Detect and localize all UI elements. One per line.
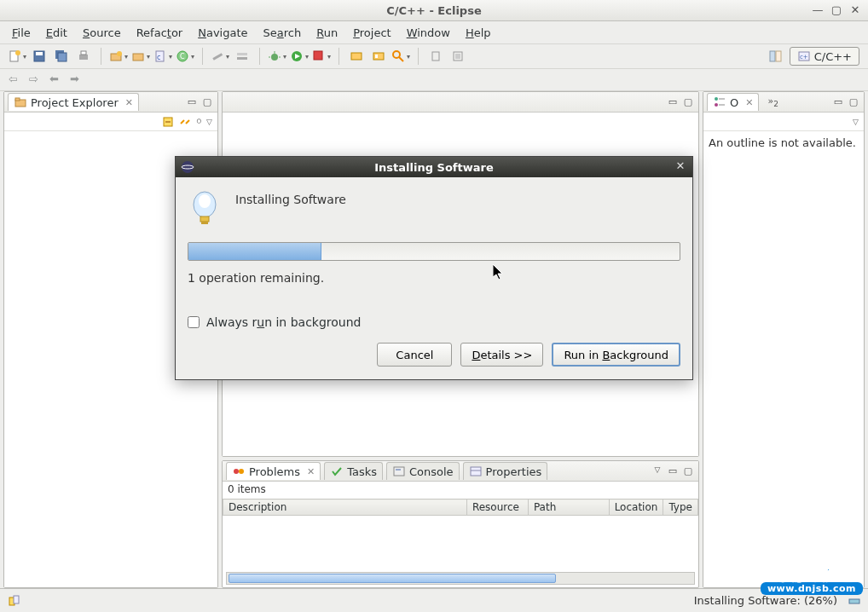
svg-rect-53 bbox=[849, 599, 859, 603]
overflow-indicator[interactable]: »2 bbox=[767, 95, 778, 108]
menu-edit[interactable]: Edit bbox=[39, 24, 74, 42]
run-button[interactable] bbox=[291, 48, 308, 65]
always-background-checkbox[interactable]: Always run in background bbox=[188, 315, 680, 329]
nav-prev-icon[interactable]: ⇦ bbox=[9, 72, 24, 88]
menu-source[interactable]: Source bbox=[76, 24, 128, 42]
menu-project[interactable]: Project bbox=[346, 24, 398, 42]
new-class-button[interactable]: C bbox=[176, 48, 194, 65]
perspective-label: C/C++ bbox=[814, 50, 852, 63]
close-outline-icon[interactable]: ✕ bbox=[745, 97, 753, 108]
problems-count-label: 0 items bbox=[223, 482, 698, 499]
focus-icon[interactable]: ⚪ bbox=[195, 116, 203, 127]
svg-point-48 bbox=[715, 103, 718, 107]
nav-fwd-icon[interactable]: ➡ bbox=[70, 72, 85, 88]
col-resource[interactable]: Resource bbox=[466, 499, 528, 516]
save-all-button[interactable] bbox=[53, 48, 70, 65]
maximize-button[interactable]: ▢ bbox=[830, 3, 842, 15]
link-editor-icon[interactable] bbox=[178, 115, 192, 129]
new-button[interactable] bbox=[9, 48, 26, 65]
external-tools-button[interactable] bbox=[313, 48, 330, 65]
toggle-mark-button[interactable] bbox=[427, 48, 444, 65]
build-all-button[interactable] bbox=[234, 48, 251, 65]
menu-help[interactable]: Help bbox=[459, 24, 498, 42]
svg-point-41 bbox=[234, 469, 239, 474]
always-background-input[interactable] bbox=[188, 316, 200, 328]
menu-run[interactable]: Run bbox=[310, 24, 344, 42]
nav-next-icon[interactable]: ⇨ bbox=[29, 72, 44, 88]
perspective-cpp[interactable]: c+ C/C++ bbox=[790, 47, 859, 66]
nav-back-icon[interactable]: ⬅ bbox=[49, 72, 65, 88]
minimize-outline-icon[interactable]: ▭ bbox=[831, 96, 845, 108]
view-menu-icon[interactable]: ▽ bbox=[206, 118, 212, 126]
tab-problems[interactable]: Problems ✕ bbox=[226, 462, 321, 480]
progress-bar-fill bbox=[188, 243, 321, 260]
properties-icon bbox=[469, 465, 483, 478]
col-description[interactable]: Description bbox=[223, 499, 467, 516]
debug-button[interactable] bbox=[269, 48, 286, 65]
dialog-titlebar[interactable]: Installing Software ✕ bbox=[176, 157, 692, 177]
col-path[interactable]: Path bbox=[528, 499, 609, 516]
console-icon bbox=[392, 465, 406, 478]
col-location[interactable]: Location bbox=[609, 499, 663, 516]
menu-window[interactable]: Window bbox=[400, 24, 457, 42]
problems-icon bbox=[232, 465, 246, 478]
build-button[interactable] bbox=[211, 48, 229, 65]
tab-tasks[interactable]: Tasks bbox=[324, 462, 383, 480]
menu-search[interactable]: Search bbox=[257, 24, 309, 42]
toggle-block-button[interactable] bbox=[449, 48, 466, 65]
col-type[interactable]: Type bbox=[663, 499, 698, 516]
outline-empty-message: An outline is not available. bbox=[703, 131, 864, 154]
dialog-close-button[interactable]: ✕ bbox=[674, 160, 687, 174]
new-project-button[interactable] bbox=[110, 48, 127, 65]
tab-outline[interactable]: O ✕ bbox=[707, 93, 759, 111]
svg-rect-16 bbox=[237, 57, 247, 60]
minimize-view-icon[interactable]: ▭ bbox=[185, 96, 199, 108]
open-type-button[interactable] bbox=[348, 48, 365, 65]
cancel-button[interactable]: Cancel bbox=[377, 343, 452, 367]
svg-rect-6 bbox=[79, 55, 88, 60]
status-progress-icon[interactable] bbox=[848, 594, 861, 608]
svg-rect-3 bbox=[36, 52, 43, 55]
run-in-background-button[interactable]: Run in Background bbox=[552, 343, 680, 367]
menu-file[interactable]: File bbox=[5, 24, 38, 42]
problems-table[interactable]: Description Resource Path Location Type bbox=[223, 499, 698, 516]
maximize-outline-icon[interactable]: ▢ bbox=[847, 96, 860, 108]
search-button[interactable] bbox=[392, 48, 409, 65]
svg-text:C: C bbox=[180, 53, 185, 61]
details-button[interactable]: Details >> bbox=[460, 343, 543, 367]
menu-navigate[interactable]: Navigate bbox=[191, 24, 254, 42]
tab-tasks-label: Tasks bbox=[347, 465, 377, 478]
svg-rect-25 bbox=[351, 53, 362, 60]
eclipse-icon bbox=[181, 160, 194, 174]
open-task-button[interactable] bbox=[370, 48, 387, 65]
close-problems-icon[interactable]: ✕ bbox=[307, 466, 315, 477]
maximize-problems-icon[interactable]: ▢ bbox=[681, 465, 695, 477]
collapse-all-icon[interactable] bbox=[161, 115, 175, 129]
outline-view-menu-icon[interactable]: ▽ bbox=[853, 118, 859, 126]
tab-console[interactable]: Console bbox=[386, 462, 460, 480]
maximize-editor-icon[interactable]: ▢ bbox=[681, 96, 695, 108]
svg-rect-34 bbox=[776, 51, 781, 61]
outline-icon bbox=[713, 95, 726, 109]
new-folder-button[interactable] bbox=[132, 48, 149, 65]
svg-text:c: c bbox=[157, 54, 160, 61]
maximize-view-icon[interactable]: ▢ bbox=[200, 96, 214, 108]
minimize-problems-icon[interactable]: ▭ bbox=[666, 465, 680, 477]
horizontal-scrollbar[interactable] bbox=[226, 572, 695, 585]
svg-rect-58 bbox=[200, 217, 209, 222]
project-explorer-tab[interactable]: Project Explorer ✕ bbox=[8, 93, 139, 111]
menu-refactor[interactable]: Refactor bbox=[130, 24, 190, 42]
close-button[interactable]: ✕ bbox=[849, 3, 861, 15]
status-type-icon[interactable] bbox=[7, 594, 20, 608]
save-button[interactable] bbox=[31, 48, 48, 65]
print-button[interactable] bbox=[75, 48, 92, 65]
new-source-button[interactable]: c bbox=[154, 48, 171, 65]
svg-point-28 bbox=[393, 51, 400, 58]
svg-rect-52 bbox=[14, 596, 19, 603]
minimize-editor-icon[interactable]: ▭ bbox=[666, 96, 680, 108]
minimize-button[interactable]: — bbox=[812, 3, 824, 15]
tab-properties[interactable]: Properties bbox=[463, 462, 548, 480]
view-menu-problems-icon[interactable]: ▽ bbox=[651, 465, 664, 477]
close-view-icon[interactable]: ✕ bbox=[125, 97, 133, 108]
open-perspective-button[interactable] bbox=[767, 48, 784, 65]
